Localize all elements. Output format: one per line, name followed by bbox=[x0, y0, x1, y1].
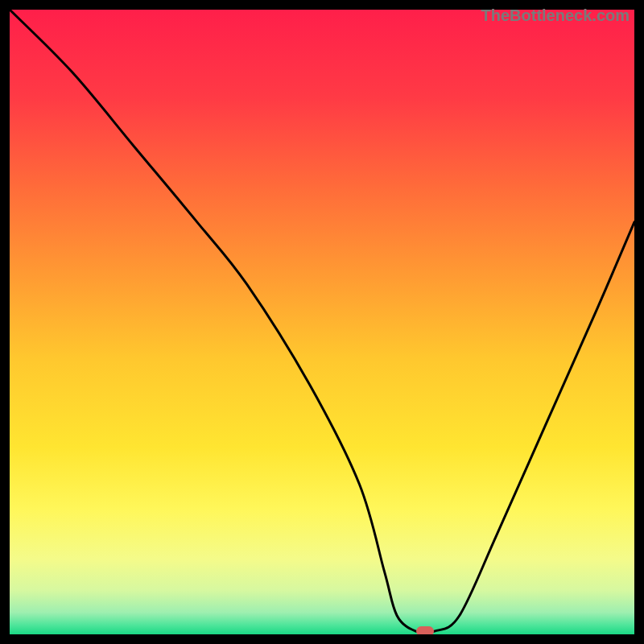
chart-svg bbox=[10, 10, 634, 634]
watermark-text: TheBottleneck.com bbox=[481, 6, 630, 25]
plot-area bbox=[10, 10, 634, 634]
gradient-background bbox=[10, 10, 634, 634]
chart-frame: TheBottleneck.com bbox=[0, 0, 644, 644]
optimal-marker bbox=[416, 626, 434, 634]
